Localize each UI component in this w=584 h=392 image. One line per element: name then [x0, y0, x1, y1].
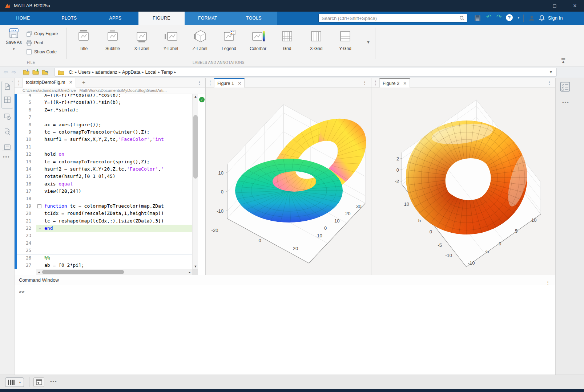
status-more-icon[interactable]: •••	[50, 379, 57, 384]
figure1-tab-label: Figure 1	[217, 81, 234, 86]
drag-handle-icon[interactable]: ⋮⋮	[208, 80, 212, 86]
toolstrip-button-zlabel[interactable]: Z-Label	[185, 28, 214, 57]
toolstrip-button-ygrid[interactable]: Y-Grid	[331, 28, 360, 57]
panel-icon[interactable]	[4, 143, 11, 151]
figure1-tab[interactable]: Figure 1 ✕	[214, 78, 245, 87]
figure2-canvas[interactable]: 2 0 -2 10 5 0 -5 -10 -10 -5 0 5 10	[371, 87, 555, 275]
close-button[interactable]: ×	[566, 0, 584, 12]
line-number: 5	[17, 99, 36, 106]
scroll-up-icon[interactable]: ▲	[193, 95, 198, 98]
browse-folder-icon[interactable]	[41, 69, 49, 75]
gallery-dropdown-icon[interactable]: ▼	[366, 40, 370, 44]
ribbon-tab-figure[interactable]: FIGURE	[138, 12, 185, 25]
community-icon[interactable]	[528, 15, 536, 22]
fig2-ytick: 5	[515, 228, 517, 234]
toolstrip-button-subtitle[interactable]: Subtitle	[98, 28, 127, 57]
forward-icon[interactable]: ⇨	[12, 69, 16, 75]
code-token: ,	[158, 166, 161, 172]
drag-handle-icon[interactable]: ⋮⋮	[17, 80, 21, 86]
search-input[interactable]	[322, 15, 456, 22]
toolstrip-button-colorbar[interactable]: Colorbar	[243, 28, 273, 57]
scroll-right-icon[interactable]: ▸	[187, 269, 192, 275]
maximize-button[interactable]: □	[545, 0, 564, 12]
ribbon-tab-format[interactable]: FORMAT	[185, 12, 231, 25]
scrollbar-thumb[interactable]	[193, 115, 198, 179]
breadcrumb-item-local[interactable]: Local	[144, 69, 158, 75]
toolstrip-button-legend[interactable]: Legend	[214, 28, 243, 57]
editor-actions-icon[interactable]: ⋮	[197, 80, 202, 85]
more-options-icon[interactable]: •••	[562, 100, 569, 105]
breadcrumb-item-c[interactable]: C:	[67, 69, 75, 75]
panel-layout-button[interactable]: ▲	[5, 377, 24, 387]
command-window-actions-icon[interactable]: ⋮	[545, 278, 550, 288]
help-icon[interactable]: ?	[506, 14, 513, 21]
hscrollbar-thumb[interactable]	[42, 270, 124, 274]
close-tab-icon[interactable]: ✕	[403, 81, 407, 86]
editor-tab-bar: ⋮⋮ toolstripDemoFig.m ✕ + ⋮	[15, 78, 205, 87]
save-icon[interactable]	[474, 15, 482, 22]
breadcrumb-item-temp[interactable]: Temp	[160, 69, 174, 75]
scroll-down-icon[interactable]: ▼	[193, 265, 198, 268]
save-as-button[interactable]: Save As ▼	[4, 28, 24, 56]
code-editor[interactable]: 4X=((R-r)+r*cos(a)).*cos(b);5Y=((R-r)+r*…	[15, 94, 205, 269]
property-inspector-icon[interactable]	[560, 82, 570, 92]
horizontal-scrollbar[interactable]: ◂ ▸	[36, 269, 192, 275]
toolstrip-button-xlabel[interactable]: X-Label	[127, 28, 156, 57]
code-analyzer-check-icon[interactable]: ✓	[199, 97, 205, 102]
toolstrip-show-code-button[interactable]: Show Code	[26, 47, 66, 56]
breadcrumb-item-users[interactable]: Users	[77, 69, 92, 75]
code-fold-icon[interactable]	[36, 203, 42, 210]
popout-window-button[interactable]	[33, 377, 44, 387]
breadcrumb-separator-icon: ▸	[174, 69, 176, 75]
code-token: '	[161, 166, 164, 172]
breadcrumb-item-appdata[interactable]: AppData	[121, 69, 142, 75]
breadcrumb-item-adamdanz[interactable]: adamdanz	[94, 69, 119, 75]
up-folder-icon[interactable]	[32, 69, 39, 75]
code-line-22: 22end	[17, 225, 192, 232]
command-prompt[interactable]: >>	[19, 289, 25, 294]
toolstrip-button-label: Subtitle	[98, 46, 127, 51]
ribbon-tab-plots[interactable]: PLOTS	[46, 12, 92, 25]
rail-divider	[559, 97, 580, 97]
recent-files-icon[interactable]	[4, 113, 11, 120]
toolstrip-copy-figure-button[interactable]: Copy Figure	[26, 29, 66, 38]
figure2-actions-icon[interactable]: ⋮	[547, 80, 552, 85]
drag-handle-icon[interactable]: ⋮⋮	[374, 80, 378, 86]
figure1-canvas[interactable]: 10 0 -10 -20 0 20 -10 0 10 20 30	[206, 87, 371, 275]
ribbon-tab-home[interactable]: HOME	[0, 12, 46, 25]
breadcrumb-dropdown-icon[interactable]: ▼	[549, 70, 553, 74]
figure2-tab[interactable]: Figure 2 ✕	[379, 78, 410, 87]
editor-document-icon[interactable]	[4, 83, 11, 90]
layout-grid-icon[interactable]	[4, 96, 11, 103]
new-tab-icon[interactable]: +	[82, 79, 85, 85]
toolstrip-button-grid[interactable]: Grid	[273, 28, 302, 57]
search-icon[interactable]	[459, 16, 465, 21]
back-icon[interactable]: ⇦	[4, 69, 8, 75]
toolstrip-button-xgrid[interactable]: X-Grid	[302, 28, 331, 57]
code-line-4: 4X=((R-r)+r*cos(a)).*cos(b);	[17, 94, 192, 99]
more-panels-icon[interactable]: •••	[3, 154, 10, 160]
sign-in-link[interactable]: Sign In	[548, 15, 563, 21]
vertical-scrollbar[interactable]: ▲ ▼	[192, 94, 198, 269]
notifications-icon[interactable]	[538, 15, 546, 22]
collapse-ribbon-icon[interactable]: ▬▲	[561, 57, 565, 63]
toolstrip-button-title[interactable]: Title	[69, 28, 98, 57]
editor-tab[interactable]: toolstripDemoFig.m ✕	[23, 78, 76, 87]
toolstrip-print-button[interactable]: Print	[26, 38, 66, 47]
code-token: tc = colormapToTruecolor(winter(),Z);	[44, 129, 150, 135]
close-tab-icon[interactable]: ✕	[238, 81, 241, 86]
close-tab-icon[interactable]: ✕	[69, 80, 73, 85]
new-folder-icon[interactable]	[23, 69, 30, 75]
toolstrip-button-ylabel[interactable]: Y-Label	[156, 28, 185, 57]
ribbon-tab-apps[interactable]: APPS	[92, 12, 138, 25]
ribbon-tab-tools[interactable]: TOOLS	[231, 12, 277, 25]
find-files-icon[interactable]	[4, 128, 11, 135]
redo-icon[interactable]: ↷	[495, 13, 503, 20]
title-bar: MATLAB R2025a ─ □ ×	[0, 0, 584, 12]
breadcrumb-field[interactable]: C:▸Users▸adamdanz▸AppData▸Local▸Temp▸ ▼	[55, 68, 557, 77]
undo-icon[interactable]: ↶	[485, 13, 493, 20]
help-dropdown-icon[interactable]: ▾	[515, 16, 523, 23]
scroll-left-icon[interactable]: ◂	[36, 269, 41, 275]
minimize-button[interactable]: ─	[525, 0, 543, 12]
figure1-actions-icon[interactable]: ⋮	[362, 80, 367, 85]
